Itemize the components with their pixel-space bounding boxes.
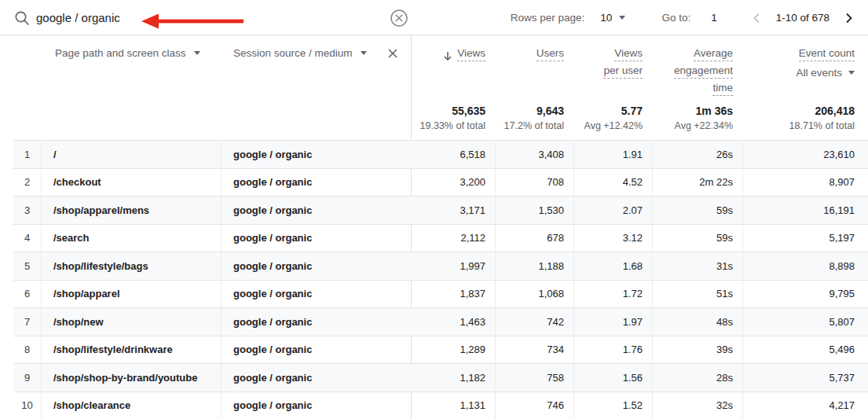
session-source-cell: google / organic <box>222 225 411 252</box>
views-cell: 1,289 <box>411 336 495 364</box>
table-row: 8 /shop/lifestyle/drinkware google / org… <box>13 336 868 364</box>
remove-dimension-button[interactable] <box>387 48 398 59</box>
table-body: 1 / google / organic 6,518 3,408 1.91 26… <box>0 140 868 419</box>
search-icon <box>14 10 30 29</box>
views-per-user-cell: 1.97 <box>573 308 652 336</box>
event-count-cell: 8,898 <box>742 252 868 280</box>
totals-users: 9,643 17.2% of total <box>495 98 573 140</box>
views-per-user-cell: 4.52 <box>573 169 652 197</box>
row-number: 4 <box>13 225 42 252</box>
page-path-cell: /shop/lifestyle/bags <box>42 252 222 280</box>
table-header-row: Page path and screen class Session sourc… <box>13 35 868 98</box>
metric-header-event-count[interactable]: Event count All events <box>742 35 868 99</box>
avg-engagement-time-cell: 26s <box>652 141 742 168</box>
page-path-cell: /search <box>42 225 222 252</box>
session-source-cell: google / organic <box>222 392 411 419</box>
page-path-cell: /shop/shop-by-brand/youtube <box>42 364 222 391</box>
metric-header-views-per-user[interactable]: Views per user <box>573 35 652 99</box>
avg-engagement-time-cell: 32s <box>652 392 742 419</box>
views-cell: 1,131 <box>411 392 495 419</box>
goto-label: Go to: <box>661 12 690 24</box>
users-cell: 1,188 <box>495 252 573 280</box>
views-per-user-cell: 1.68 <box>573 252 652 280</box>
page-path-cell: /shop/apparel <box>42 281 222 308</box>
metric-header-views[interactable]: Views <box>411 35 495 99</box>
totals-event-count: 206,418 18.71% of total <box>742 98 868 140</box>
users-cell: 678 <box>495 225 573 252</box>
views-cell: 1,997 <box>411 252 495 280</box>
row-number: 6 <box>13 281 42 308</box>
avg-engagement-time-cell: 31s <box>652 252 742 280</box>
table-row: 10 /shop/clearance google / organic 1,13… <box>13 391 868 419</box>
total-subtext: 17.2% of total <box>504 120 564 131</box>
table-row: 7 /shop/new google / organic 1,463 742 1… <box>13 307 868 336</box>
event-count-cell: 4,217 <box>742 392 868 419</box>
event-count-cell: 16,191 <box>742 197 868 224</box>
views-per-user-cell: 1.72 <box>573 281 652 308</box>
event-count-cell: 9,795 <box>742 281 868 308</box>
metric-header-label: engagement <box>674 64 733 79</box>
metric-header-label: Users <box>537 47 564 61</box>
session-source-cell: google / organic <box>222 308 411 336</box>
rows-per-page-select[interactable]: 10 <box>600 12 612 24</box>
row-number: 5 <box>13 252 42 280</box>
session-source-cell: google / organic <box>222 281 411 308</box>
row-number: 7 <box>13 308 42 336</box>
avg-engagement-time-cell: 59s <box>652 197 742 224</box>
event-selector[interactable]: All events <box>796 67 855 79</box>
event-count-cell: 5,807 <box>742 308 868 336</box>
session-source-cell: google / organic <box>222 252 411 280</box>
chevron-down-icon[interactable] <box>361 51 367 55</box>
session-source-cell: google / organic <box>222 336 411 364</box>
total-value: 206,418 <box>815 104 855 118</box>
dimension-header-session-source[interactable]: Session source / medium <box>222 35 411 59</box>
table-row: 2 /checkout google / organic 3,200 708 4… <box>13 168 868 197</box>
page-path-cell: /shop/lifestyle/drinkware <box>42 336 222 364</box>
chevron-down-icon[interactable] <box>848 71 855 75</box>
session-source-cell: google / organic <box>222 169 411 197</box>
table-row: 6 /shop/apparel google / organic 1,837 1… <box>13 280 868 308</box>
table-row: 1 / google / organic 6,518 3,408 1.91 26… <box>13 140 868 168</box>
rows-per-page-caret-icon[interactable] <box>619 16 625 20</box>
prev-page-button[interactable] <box>750 11 764 25</box>
event-count-cell: 8,907 <box>742 169 868 197</box>
metric-header-label: Views <box>457 47 485 61</box>
users-cell: 1,530 <box>495 197 573 224</box>
metric-header-avg-engagement-time[interactable]: Average engagement time <box>652 35 742 99</box>
avg-engagement-time-cell: 48s <box>652 308 742 336</box>
metric-header-users[interactable]: Users <box>495 35 573 99</box>
views-per-user-cell: 1.52 <box>573 392 652 419</box>
total-subtext: Avg +12.42% <box>584 120 643 131</box>
page-path-cell: /shop/clearance <box>42 392 222 419</box>
rows-per-page-label: Rows per page: <box>511 12 585 24</box>
views-per-user-cell: 2.07 <box>573 197 652 224</box>
page-path-cell: / <box>42 141 222 168</box>
goto-page-input[interactable]: 1 <box>711 12 717 24</box>
total-value: 5.77 <box>621 104 643 118</box>
event-selector-label: All events <box>796 67 842 79</box>
next-page-button[interactable] <box>841 11 855 25</box>
dimension-header-page-path[interactable]: Page path and screen class <box>42 35 222 59</box>
chevron-down-icon[interactable] <box>194 51 200 55</box>
session-source-cell: google / organic <box>222 197 411 224</box>
table-row: 4 /search google / organic 2,112 678 3.1… <box>13 224 868 252</box>
views-cell: 6,518 <box>411 141 495 168</box>
toolbar: google / organic Rows per page: 10 Go to… <box>0 0 868 35</box>
total-value: 1m 36s <box>696 104 733 118</box>
users-cell: 758 <box>495 364 573 391</box>
search-input[interactable]: google / organic <box>36 0 120 35</box>
row-number: 3 <box>13 197 42 224</box>
users-cell: 1,068 <box>495 281 573 308</box>
metric-header-label: time <box>712 82 733 96</box>
total-subtext: 19.33% of total <box>420 120 485 131</box>
views-cell: 1,182 <box>411 364 495 391</box>
metric-header-label: per user <box>603 64 643 79</box>
total-value: 55,635 <box>452 104 485 118</box>
totals-avg-engagement-time: 1m 36s Avg +22.34% <box>652 98 742 140</box>
session-source-cell: google / organic <box>222 141 411 168</box>
pagination-controls: Rows per page: 10 Go to: 1 1-10 of 678 <box>511 0 855 35</box>
clear-search-button[interactable] <box>390 9 408 28</box>
avg-engagement-time-cell: 51s <box>652 281 742 308</box>
event-count-cell: 5,737 <box>742 364 868 391</box>
page-path-cell: /shop/new <box>42 308 222 336</box>
